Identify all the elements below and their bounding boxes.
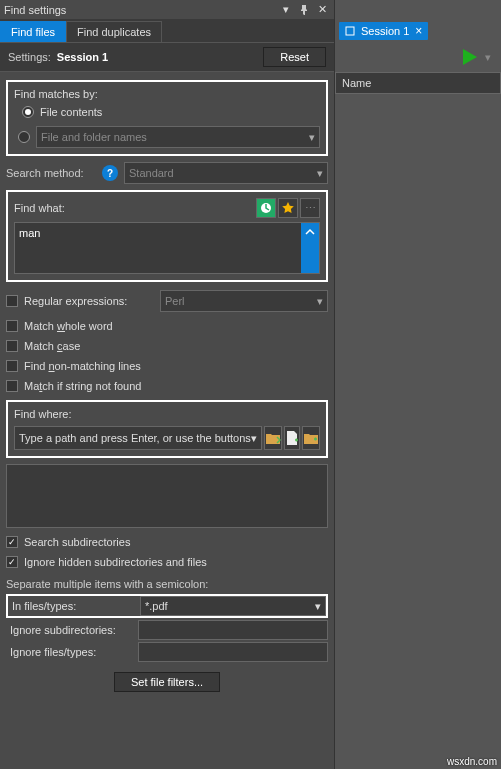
search-method-label: Search method: (6, 167, 96, 179)
whole-word-checkbox[interactable] (6, 320, 18, 332)
regex-checkbox[interactable] (6, 295, 18, 307)
add-folder-icon[interactable] (302, 426, 320, 450)
find-matches-by-group: Find matches by: File contents File and … (6, 80, 328, 156)
find-what-input[interactable] (15, 223, 301, 273)
dropdown-icon[interactable]: ▾ (278, 2, 294, 18)
find-matches-by-title: Find matches by: (14, 88, 320, 100)
file-folder-names-dropdown[interactable]: File and folder names ▾ (36, 126, 320, 148)
search-subdirs-label: Search subdirectories (24, 536, 130, 548)
radio-file-contents-label: File contents (40, 106, 102, 118)
settings-selector-row: Settings: Session 1 Reset (0, 42, 334, 72)
search-method-row: Search method: ? Standard ▾ (6, 162, 328, 184)
panel-tabstrip: Find files Find duplicates (0, 20, 334, 42)
chevron-down-icon: ▾ (317, 295, 323, 308)
toolbar-dropdown-icon[interactable]: ▾ (485, 51, 491, 64)
radio-file-contents[interactable] (22, 106, 34, 118)
non-matching-label: Find non-matching lines (24, 360, 141, 372)
settings-value[interactable]: Session 1 (57, 51, 257, 63)
play-icon[interactable] (463, 49, 477, 65)
match-not-found-checkbox[interactable] (6, 380, 18, 392)
close-icon[interactable]: ✕ (314, 2, 330, 18)
panel-body: Find matches by: File contents File and … (0, 72, 334, 706)
find-what-title: Find what: (14, 202, 65, 214)
chevron-down-icon: ▾ (317, 167, 323, 180)
radio-file-folder-names-row[interactable]: File and folder names ▾ (18, 126, 320, 148)
search-subdirs-checkbox[interactable] (6, 536, 18, 548)
chevron-down-icon: ▾ (309, 131, 315, 144)
find-where-group: Find where: Type a path and press Enter,… (6, 400, 328, 458)
reset-button[interactable]: Reset (263, 47, 326, 67)
ignore-files-types-input[interactable] (138, 642, 328, 662)
ignore-hidden-label: Ignore hidden subdirectories and files (24, 556, 207, 568)
find-what-input-wrap (14, 222, 320, 274)
non-matching-row[interactable]: Find non-matching lines (6, 360, 328, 372)
radio-file-folder-names[interactable] (18, 131, 30, 143)
find-what-group: Find what: ⋯ (6, 190, 328, 282)
match-not-found-row[interactable]: Match if string not found (6, 380, 328, 392)
session-close-icon[interactable]: × (415, 24, 422, 38)
panel-title-controls: ▾ ✕ (278, 2, 330, 18)
whole-word-label: Match whole word (24, 320, 113, 332)
non-matching-checkbox[interactable] (6, 360, 18, 372)
search-subdirs-row[interactable]: Search subdirectories (6, 536, 328, 548)
find-settings-panel: Find settings ▾ ✕ Find files Find duplic… (0, 0, 335, 769)
session-tab-label: Session 1 (361, 25, 409, 37)
favorite-icon[interactable] (278, 198, 298, 218)
session-tabstrip: Session 1 × (335, 20, 501, 42)
session-panel: Session 1 × ▾ Name (335, 0, 501, 769)
new-file-icon[interactable] (284, 426, 300, 450)
match-case-checkbox[interactable] (6, 340, 18, 352)
find-where-path-row: Type a path and press Enter, or use the … (14, 426, 320, 450)
panel-title: Find settings (4, 4, 278, 16)
watermark: wsxdn.com (447, 756, 497, 767)
radio-file-contents-row[interactable]: File contents (22, 106, 320, 118)
ignore-hidden-row[interactable]: Ignore hidden subdirectories and files (6, 556, 328, 568)
session-toolbar: ▾ (335, 42, 501, 72)
find-what-tools: ⋯ (256, 198, 320, 218)
ignore-subdirs-label: Ignore subdirectories: (6, 621, 138, 639)
browse-folder-icon[interactable] (264, 426, 282, 450)
match-not-found-label: Match if string not found (24, 380, 141, 392)
ignore-hidden-checkbox[interactable] (6, 556, 18, 568)
results-area (335, 94, 501, 769)
panel-titlebar: Find settings ▾ ✕ (0, 0, 334, 20)
set-file-filters-button[interactable]: Set file filters... (114, 672, 220, 692)
ignore-files-types-label: Ignore files/types: (6, 643, 138, 661)
ignore-files-types-row: Ignore files/types: (6, 642, 328, 662)
tab-find-duplicates[interactable]: Find duplicates (66, 21, 162, 42)
session-tab[interactable]: Session 1 × (339, 22, 428, 40)
chevron-down-icon: ▾ (315, 600, 321, 613)
in-files-types-input[interactable]: *.pdf ▾ (140, 596, 326, 616)
session-icon (345, 26, 355, 36)
pin-icon[interactable] (296, 2, 312, 18)
history-icon[interactable] (256, 198, 276, 218)
match-case-row[interactable]: Match case (6, 340, 328, 352)
regex-row: Regular expressions: Perl ▾ (6, 290, 328, 312)
tab-find-files[interactable]: Find files (0, 21, 66, 42)
help-icon[interactable]: ? (102, 165, 118, 181)
results-column-header[interactable]: Name (335, 72, 501, 94)
find-where-title: Find where: (14, 408, 320, 420)
find-where-input[interactable]: Type a path and press Enter, or use the … (14, 426, 262, 450)
in-files-types-label: In files/types: (8, 597, 140, 615)
search-method-dropdown[interactable]: Standard ▾ (124, 162, 328, 184)
match-case-label: Match case (24, 340, 80, 352)
collapse-icon[interactable] (301, 223, 319, 273)
regex-engine-dropdown[interactable]: Perl ▾ (160, 290, 328, 312)
chevron-down-icon: ▾ (251, 432, 257, 445)
separator-hint: Separate multiple items with a semicolon… (6, 578, 328, 590)
settings-label: Settings: (8, 51, 51, 63)
paths-list[interactable] (6, 464, 328, 528)
ignore-subdirs-input[interactable] (138, 620, 328, 640)
svg-rect-1 (346, 27, 354, 35)
ignore-subdirs-row: Ignore subdirectories: (6, 620, 328, 640)
in-files-types-row: In files/types: *.pdf ▾ (6, 594, 328, 618)
whole-word-row[interactable]: Match whole word (6, 320, 328, 332)
regex-label: Regular expressions: (24, 295, 154, 307)
more-icon[interactable]: ⋯ (300, 198, 320, 218)
